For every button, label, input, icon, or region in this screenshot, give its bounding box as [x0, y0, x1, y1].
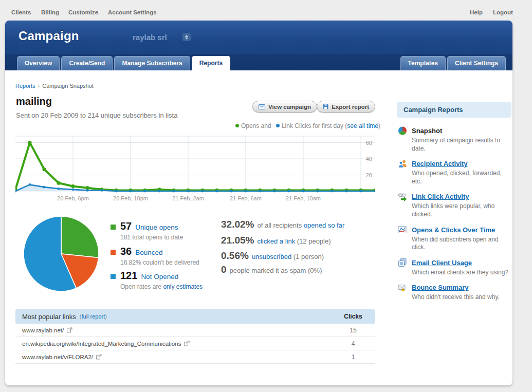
campaign-subtitle: Sent on 20 Feb 2009 to 214 unique subscr… — [16, 111, 177, 119]
table-row: www.raylab.net/v/FLORA2/ 1 — [15, 350, 375, 364]
sidebar-list: Snapshot Summary of campaign results to … — [397, 126, 511, 302]
client-name[interactable]: raylab srl — [133, 33, 167, 42]
sidebar-header: Campaign Reports — [397, 102, 511, 118]
app-header: Campaign raylab srl Overview Create/Send… — [5, 21, 512, 70]
opens-clicks-over-time-link[interactable]: Opens & Clicks Over Time — [412, 226, 495, 234]
svg-text:21 Feb, 2am: 21 Feb, 2am — [172, 195, 204, 201]
stat-bounced: 36Bounced 16.82% couldn't be delivered — [111, 246, 199, 266]
bounce-icon — [398, 283, 407, 292]
sidebar-item-opens-clicks-over-time: Opens & Clicks Over Time When did subscr… — [398, 225, 511, 252]
unique-opens-link[interactable]: Unique opens — [135, 223, 178, 231]
right-tabs: Templates Client Settings — [400, 56, 506, 70]
bounce-summary-link[interactable]: Bounce Summary — [412, 284, 469, 291]
external-link-icon[interactable] — [67, 327, 72, 333]
svg-text:20 Feb, 6pm: 20 Feb, 6pm — [57, 195, 89, 201]
link-click-activity-link[interactable]: Link Click Activity — [412, 193, 469, 200]
recipient-activity-link[interactable]: Recipient Activity — [412, 160, 468, 167]
external-link-icon[interactable] — [96, 354, 102, 360]
not-opened-link[interactable]: Not Opened — [141, 273, 178, 281]
export-report-button[interactable]: Export report — [317, 101, 375, 113]
tab-manage-subscribers[interactable]: Manage Subscribers — [114, 56, 190, 70]
svg-text:21 Feb, 6am: 21 Feb, 6am — [230, 195, 262, 201]
svg-text:21 Feb, 10am: 21 Feb, 10am — [286, 195, 321, 201]
clicked-percent: 21.05% — [221, 235, 254, 246]
opens-dot-icon — [235, 124, 239, 127]
table-title: Most popular links — [22, 313, 76, 321]
breadcrumb-reports-link[interactable]: Reports — [15, 83, 35, 89]
sidebar-snapshot-desc: Summary of campaign results to date. — [412, 137, 511, 153]
clicked-a-link-link[interactable]: clicked a link — [257, 237, 295, 245]
pie-chart-icon — [398, 126, 407, 135]
stat-unique-opens: 57Unique opens 181 total opens to date — [111, 220, 183, 241]
stat-spam: 0people marked it as spam (0%) — [221, 264, 322, 275]
external-link-icon[interactable] — [184, 341, 190, 346]
opened-so-far-link[interactable]: opened so far — [304, 221, 345, 229]
email-client-usage-link[interactable]: Email Client Usage — [412, 259, 472, 267]
delivery-pie-chart — [22, 215, 100, 293]
stat-unsubscribed: 0.56%unsubscribed (1 person) — [221, 250, 324, 262]
top-nav: Clients Billing Customize Account Settin… — [0, 0, 532, 21]
not-opened-count: 121 — [120, 270, 137, 281]
sidebar-item-email-client-usage: Email Client Usage Which email clients a… — [398, 258, 511, 277]
svg-text:20 Feb, 10pm: 20 Feb, 10pm — [113, 195, 148, 201]
view-campaign-button[interactable]: View campaign — [252, 101, 317, 113]
recipient-activity-desc: Who opened, clicked, forwarded, etc. — [412, 170, 511, 185]
table-row: en.wikipedia.org/wiki/Integrated_Marketi… — [15, 337, 375, 350]
nav-logout[interactable]: Logout — [493, 9, 513, 15]
tab-overview[interactable]: Overview — [17, 56, 60, 70]
link-clicks: 15 — [338, 327, 369, 334]
blue-square-icon — [111, 274, 116, 279]
recipients-icon — [398, 159, 407, 168]
unique-opens-count: 57 — [120, 220, 132, 232]
client-switcher-stepper-icon[interactable] — [182, 33, 191, 41]
full-report-link[interactable]: full report — [81, 313, 105, 320]
spam-count: 0 — [221, 264, 227, 275]
link-url: www.raylab.net/ — [22, 327, 64, 333]
bounced-link[interactable]: Bounced — [135, 249, 162, 256]
svg-text:40: 40 — [366, 156, 372, 162]
see-all-time-link[interactable]: see all time — [347, 122, 378, 129]
tab-create-send[interactable]: Create/Send — [61, 56, 113, 70]
unsubscribed-post: (1 person) — [291, 253, 324, 260]
opens-clicks-line-chart: 20406020 Feb, 6pm20 Feb, 10pm21 Feb, 2am… — [15, 135, 375, 204]
nav-billing[interactable]: Billing — [41, 9, 59, 15]
opens-clicks-over-time-desc: When did subscribers open and click. — [412, 236, 511, 252]
link-click-activity-desc: Which links were popular, who clicked. — [412, 202, 511, 218]
breadcrumb-separator: › — [38, 83, 40, 89]
tab-templates[interactable]: Templates — [400, 56, 446, 70]
view-campaign-label: View campaign — [268, 104, 311, 110]
unsubscribed-link[interactable]: unsubscribed — [252, 253, 291, 260]
sidebar-item-snapshot: Snapshot Summary of campaign results to … — [398, 126, 511, 153]
spam-text: people marked it as spam (0%) — [230, 267, 322, 274]
table-header: Most popular links (full report) Clicks — [15, 309, 375, 324]
sidebar-snapshot-title: Snapshot — [412, 127, 442, 135]
nav-account-settings[interactable]: Account Settings — [108, 9, 157, 15]
popular-links-table: Most popular links (full report) Clicks … — [15, 309, 375, 364]
sidebar-item-bounce-summary: Bounce Summary Who didn't receive this a… — [398, 283, 511, 302]
nav-help[interactable]: Help — [470, 9, 483, 15]
legend-clicks-label: Link Clicks for first day ( — [282, 122, 347, 129]
link-url: en.wikipedia.org/wiki/Integrated_Marketi… — [22, 341, 181, 347]
reports-sidebar: Campaign Reports Snapshot Summary of cam… — [397, 102, 511, 308]
opened-percent: 32.02% — [221, 219, 254, 230]
clicks-column-header: Clicks — [338, 313, 369, 320]
chart-legend: Opens and Link Clicks for first day (see… — [235, 122, 380, 129]
line-chart-icon — [398, 226, 407, 234]
unsubscribed-percent: 0.56% — [221, 250, 249, 261]
tab-client-settings[interactable]: Client Settings — [447, 56, 506, 70]
green-square-icon — [111, 225, 116, 230]
tab-reports[interactable]: Reports — [192, 56, 230, 70]
orange-square-icon — [111, 250, 116, 255]
only-estimates-link[interactable]: only estimates — [163, 283, 203, 290]
main-tabs: Overview Create/Send Manage Subscribers … — [17, 56, 230, 70]
nav-clients[interactable]: Clients — [11, 9, 31, 15]
legend-opens-label: Opens and — [241, 122, 271, 129]
nav-customize[interactable]: Customize — [68, 9, 98, 15]
stat-clicked-link: 21.05%clicked a link (12 people) — [221, 235, 331, 246]
campaign-title: mailing — [16, 96, 52, 107]
not-opened-sub: Open rates are — [120, 283, 163, 290]
link-clicks: 4 — [338, 340, 369, 347]
stat-opened-so-far: 32.02%of all recipients opened so far — [221, 219, 344, 230]
legend-close-paren: ) — [378, 122, 380, 129]
bounce-summary-desc: Who didn't receive this and why. — [412, 293, 500, 302]
